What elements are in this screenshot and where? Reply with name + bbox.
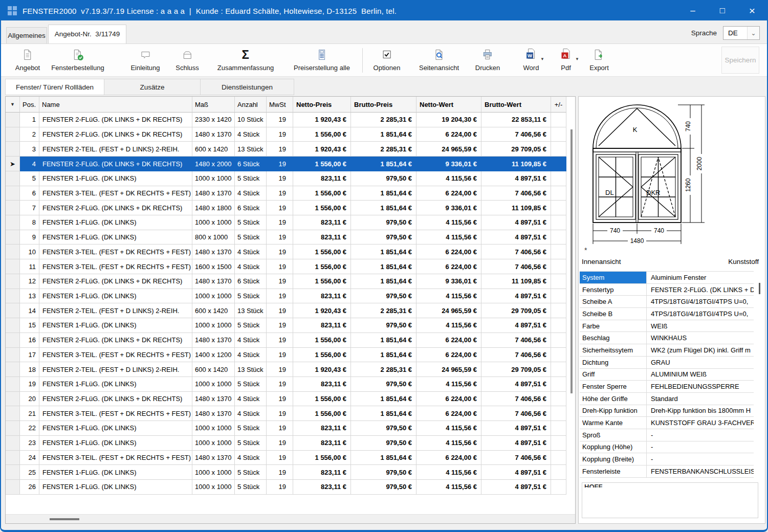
preiserstellung-button[interactable]: Preiserstellung alle (294, 48, 350, 72)
property-row[interactable]: Scheibe B4TPS/18TGI/4/18TGI/4TPS U=0, (580, 308, 754, 320)
property-row[interactable]: BeschlagWINKHAUS (580, 332, 754, 344)
window-drawing: K DL DKR 740 1260 (586, 100, 734, 249)
word-dropdown-arrow[interactable]: ▼ (540, 57, 544, 61)
language-select[interactable]: DE ⌄ (723, 26, 760, 40)
col-header-mwst[interactable]: MwSt (267, 97, 293, 113)
table-row[interactable]: 5FENSTER 1-FLüG. (DK LINKS)1000 x 10005 … (6, 171, 575, 186)
table-row[interactable]: 13FENSTER 1-FLüG. (DK LINKS)1000 x 10005… (6, 289, 575, 304)
col-header-anzahl[interactable]: Anzahl (235, 97, 267, 113)
speichern-button[interactable]: Speichern (721, 47, 759, 74)
einleitung-button[interactable]: Einleitung (130, 48, 160, 72)
table-row[interactable]: 25FENSTER 1-FLüG. (DK LINKS)1000 x 10005… (6, 465, 575, 480)
row-selector (6, 406, 20, 421)
optionen-button[interactable]: Optionen (374, 48, 401, 72)
maximize-button[interactable]: □ (708, 1, 737, 20)
subtab-zusaetze[interactable]: Zusätze (104, 79, 201, 95)
property-row[interactable]: Kopplung (Höhe)- (580, 441, 754, 454)
tab-allgemeines[interactable]: Allgemeines (6, 27, 47, 43)
col-header-name[interactable]: Name (39, 97, 192, 113)
vertical-scrollbar[interactable] (570, 129, 573, 393)
table-row[interactable]: 21FENSTER 3-TEIL. (FEST + DK RECHTS + FE… (6, 406, 575, 421)
table-row[interactable]: 6FENSTER 3-TEIL. (FEST + DK RECHTS + FES… (6, 186, 575, 201)
property-row[interactable]: Kopplung (Breite)- (580, 453, 754, 465)
horizontal-scrollbar[interactable] (6, 514, 575, 523)
table-row[interactable]: 8FENSTER 1-FLüG. (DK LINKS)1000 x 10005 … (6, 215, 575, 230)
pdf-button[interactable]: A ▼ Pdf (560, 48, 572, 72)
property-row[interactable]: DichtungGRAU (580, 357, 754, 369)
table-row[interactable]: 20FENSTER 2-FLüG. (DK LINKS + DK RECHTS)… (6, 392, 575, 407)
table-row[interactable]: 19FENSTER 1-FLüG. (DK LINKS)1000 x 10005… (6, 377, 575, 392)
property-row[interactable]: SicherheitssytemWK2 (zum Flügel DK) inkl… (580, 344, 754, 357)
drucken-button[interactable]: Drucken (475, 48, 500, 72)
property-grid: SystemAluminium FensterFenstertypFENSTER… (580, 271, 754, 478)
property-row[interactable]: Scheibe A4TPS/18TGI/4/18TGI/4TPS U=0, (580, 296, 754, 308)
property-row[interactable]: Sproß- (580, 429, 754, 441)
horizontal-scrollbar-thumb[interactable] (50, 518, 79, 520)
view-label: Innenansicht (582, 258, 621, 265)
row-selector (6, 392, 20, 407)
subtab-fenster[interactable]: Fenster/ Türen/ Rollläden (5, 79, 104, 95)
table-row[interactable]: 26FENSTER 1-FLüG. (DK LINKS)1000 x 10005… (6, 480, 575, 495)
row-selector (6, 289, 20, 304)
chevron-down-icon[interactable]: ⌄ (747, 27, 759, 39)
col-header-netto-preis[interactable]: Netto-Preis (293, 97, 351, 113)
detail-panel: K DL DKR 740 1260 (578, 96, 765, 524)
toolbar: Angebot Fensterbestellung Einleitung Sch… (1, 44, 767, 77)
row-selector (6, 480, 20, 495)
property-row[interactable]: FarbeWEIß (580, 320, 754, 332)
col-header-netto-wert[interactable]: Netto-Wert (416, 97, 481, 113)
export-button[interactable]: Export (589, 48, 609, 72)
table-row[interactable]: 18FENSTER 2-TEIL. (FEST + D LINKS) 2-REI… (6, 362, 575, 377)
property-row[interactable]: SystemAluminium Fenster (580, 272, 754, 284)
property-row[interactable]: Dreh-Kipp funktionDreh-Kipp funktion bis… (580, 405, 754, 417)
table-row[interactable]: 1FENSTER 2-FLüG. (DK LINKS + DK RECHTS)2… (6, 113, 575, 127)
table-row[interactable]: 16FENSTER 2-FLüG. (DK LINKS + DK RECHTS)… (6, 333, 575, 348)
minimize-button[interactable]: – (678, 1, 708, 20)
property-scrollbar-thumb[interactable] (759, 283, 760, 294)
svg-text:W: W (528, 53, 533, 58)
col-header-mass[interactable]: Maß (192, 97, 235, 113)
zusammenfassung-button[interactable]: Σ Zusammenfassung (217, 48, 274, 72)
angebot-button[interactable]: Angebot (15, 48, 40, 72)
table-row[interactable]: 14FENSTER 2-TEIL. (FEST + D LINKS) 2-REI… (6, 303, 575, 318)
dim-right-width: 740 (654, 227, 664, 234)
table-row[interactable]: 22FENSTER 1-FLüG. (DK LINKS)1000 x 10005… (6, 421, 575, 436)
table-row[interactable]: 3FENSTER 2-TEIL. (FEST + D LINKS) 2-REIH… (6, 142, 575, 157)
table-row[interactable]: 24FENSTER 3-TEIL. (FEST + DK RECHTS + FE… (6, 451, 575, 465)
seitenansicht-button[interactable]: Seitenansicht (419, 48, 459, 72)
col-header-pos[interactable]: Pos. (20, 97, 39, 113)
word-button[interactable]: W ▼ Word (523, 48, 539, 72)
table-row[interactable]: 11FENSTER 3-TEIL. (FEST + DK RECHTS + FE… (6, 259, 575, 274)
table-row[interactable]: 7FENSTER 2-FLüG. (DK LINKS + DK RECHTS)1… (6, 201, 575, 215)
table-row[interactable]: 2FENSTER 2-FLüG. (DK LINKS + DK RECHTS)1… (6, 127, 575, 142)
property-row[interactable]: Fenster SperreFEHLBEDIENUNGSSPERRE (580, 381, 754, 393)
col-header-plusminus[interactable]: +/- (551, 97, 566, 113)
tab-angebot[interactable]: Angebot-Nr. 3/11749 (48, 25, 126, 43)
property-row[interactable]: FensterleisteFENSTERBANKANSCHLUSSLEISTE (580, 465, 754, 478)
table-row[interactable]: 12FENSTER 2-FLüG. (DK LINKS + DK RECHTS)… (6, 274, 575, 289)
property-row[interactable]: GriffALUMINIUM WEIß (580, 369, 754, 381)
table-row[interactable]: 17FENSTER 3-TEIL. (FEST + DK RECHTS + FE… (6, 348, 575, 363)
property-row[interactable]: Warme KanteKUNSTSTOFF GRAU 3-FACHVERG (580, 417, 754, 429)
property-row[interactable]: Höhe der GriffeStandard (580, 393, 754, 405)
table-row[interactable]: 9FENSTER 1-FLüG. (DK LINKS)800 x 10005 S… (6, 230, 575, 245)
pdf-dropdown-arrow[interactable]: ▼ (575, 57, 579, 61)
dim-lower-height: 1260 (685, 178, 692, 192)
row-selector (6, 186, 20, 201)
col-header-brutto-wert[interactable]: Brutto-Wert (481, 97, 551, 113)
table-row[interactable]: 10FENSTER 3-TEIL. (FEST + DK RECHTS + FE… (6, 245, 575, 259)
filter-icon[interactable]: ▼ (6, 97, 20, 113)
table-row[interactable]: 23FENSTER 1-FLüG. (DK LINKS)1000 x 10005… (6, 436, 575, 451)
schluss-button[interactable]: Schluss (175, 48, 199, 72)
language-label: Sprache (691, 29, 717, 37)
close-button[interactable]: × (737, 1, 767, 20)
col-header-brutto-preis[interactable]: Brutto-Preis (351, 97, 416, 113)
app-window: FENSTER2000 v7.19.3/7.19 License : a a a… (0, 0, 768, 532)
table-row[interactable]: ➤4FENSTER 2-FLüG. (DK LINKS + DK RECHTS)… (6, 157, 575, 171)
fensterbestellung-button[interactable]: Fensterbestellung (51, 48, 104, 72)
sub-tabstrip: Fenster/ Türen/ Rollläden Zusätze Dienst… (5, 79, 294, 95)
property-row[interactable]: FenstertypFENSTER 2-FLüG. (DK LINKS + D (580, 284, 754, 296)
row-selector (6, 274, 20, 289)
subtab-dienstleistungen[interactable]: Dienstleistungen (201, 79, 294, 95)
table-row[interactable]: 15FENSTER 1-FLüG. (DK LINKS)1000 x 10005… (6, 318, 575, 333)
